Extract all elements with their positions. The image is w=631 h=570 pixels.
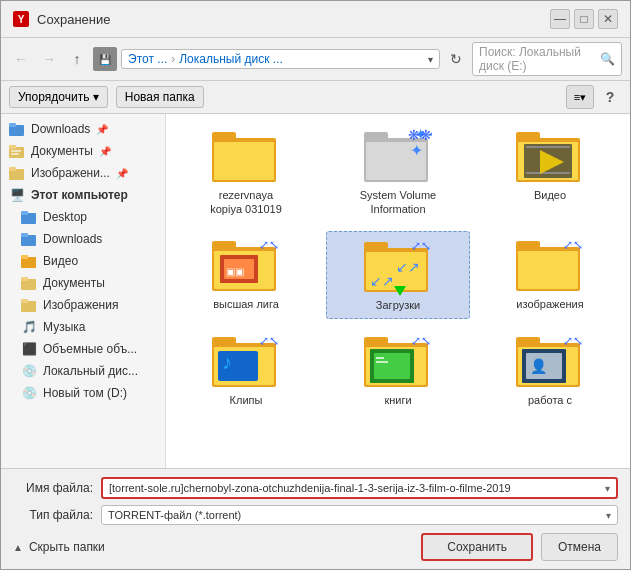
svg-rect-20 [214, 142, 274, 180]
svg-text:↙↗: ↙↗ [396, 259, 420, 275]
sidebar-item-images-pinned[interactable]: Изображени... 📌 [1, 162, 165, 184]
refresh-button[interactable]: ↻ [444, 47, 468, 71]
organize-button[interactable]: Упорядочить ▾ [9, 86, 108, 108]
sidebar-item-desktop[interactable]: Desktop [1, 206, 165, 228]
svg-rect-17 [21, 299, 28, 303]
file-item-vysshaya-liga[interactable]: ▣▣ ⤢⤡ высшая лига [174, 231, 318, 319]
svg-rect-56 [374, 353, 410, 379]
computer-icon: 🖥️ [9, 187, 25, 203]
filename-row: Имя файла: [torrent-sole.ru]chernobyl-zo… [13, 477, 618, 499]
svg-text:▣▣: ▣▣ [226, 266, 244, 277]
folder-documents-icon [21, 275, 37, 291]
sidebar-item-downloads-pinned[interactable]: Downloads 📌 [1, 118, 165, 140]
sidebar-item-objects[interactable]: ⬛ Объемные объ... [1, 338, 165, 360]
sidebar-label-images-pinned: Изображени... [31, 166, 110, 180]
drive-icon: 💾 [93, 47, 117, 71]
sidebar-label-new-volume: Новый том (D:) [43, 386, 127, 400]
main-content: Downloads 📌 Документы 📌 [1, 114, 630, 468]
forward-button[interactable]: → [37, 47, 61, 71]
search-bar[interactable]: Поиск: Локальный диск (E:) 🔍 [472, 42, 622, 76]
help-button[interactable]: ? [598, 85, 622, 109]
sidebar-section-computer[interactable]: 🖥️ Этот компьютер [1, 184, 165, 206]
sidebar-item-new-volume[interactable]: 💿 Новый том (D:) [1, 382, 165, 404]
filetype-label: Тип файла: [13, 508, 93, 522]
folder-icon-video [516, 128, 584, 184]
file-item-video-folder[interactable]: Видео [478, 122, 622, 223]
breadcrumb-item-1[interactable]: Этот ... [128, 52, 167, 66]
file-name-izobrazheniya: изображения [516, 297, 583, 311]
file-item-knigi[interactable]: ⤢⤡ книги [326, 327, 470, 413]
file-item-klipy[interactable]: ♪ ⤢⤡ Клипы [174, 327, 318, 413]
svg-rect-11 [21, 233, 28, 237]
dialog-title: Сохранение [37, 12, 111, 27]
sidebar-label-documents: Документы [43, 276, 105, 290]
file-area: rezervnaya kopiya 031019 ✦✦ ✦ ❋❋ System … [166, 114, 630, 468]
sidebar-item-local-disk[interactable]: 💿 Локальный дис... [1, 360, 165, 382]
save-button[interactable]: Сохранить [421, 533, 533, 561]
folder-icon-rezervnaya [212, 128, 280, 184]
button-row: ▲ Скрыть папки Сохранить Отмена [13, 533, 618, 561]
file-item-zagruzki[interactable]: ↙↗ ↙↗ ⤢⤡ Загрузки [326, 231, 470, 319]
close-button[interactable]: ✕ [598, 9, 618, 29]
up-button[interactable]: ↑ [65, 47, 89, 71]
filename-label: Имя файла: [13, 481, 93, 495]
sidebar-item-documents-pinned[interactable]: Документы 📌 [1, 140, 165, 162]
organize-label: Упорядочить ▾ [18, 90, 99, 104]
folder-icon-system-volume: ✦✦ ✦ ❋❋ [364, 128, 432, 184]
svg-rect-5 [11, 153, 19, 155]
file-item-rabota[interactable]: 👤 ⤢⤡ работа с [478, 327, 622, 413]
sidebar-label-objects: Объемные объ... [43, 342, 137, 356]
sidebar-item-video[interactable]: Видео [1, 250, 165, 272]
search-icon: 🔍 [600, 52, 615, 66]
sidebar-label-video: Видео [43, 254, 78, 268]
sidebar-label-computer: Этот компьютер [31, 188, 128, 202]
file-item-rezervnaya[interactable]: rezervnaya kopiya 031019 [174, 122, 318, 223]
search-placeholder: Поиск: Локальный диск (E:) [479, 45, 596, 73]
sidebar-item-music[interactable]: 🎵 Музыка [1, 316, 165, 338]
view-toggle-button[interactable]: ≡▾ [566, 85, 594, 109]
svg-rect-1 [9, 123, 16, 127]
title-bar: Y Сохранение — □ ✕ [1, 1, 630, 38]
sidebar-item-documents[interactable]: Документы [1, 272, 165, 294]
title-controls: — □ ✕ [550, 9, 618, 29]
filename-dropdown-icon[interactable]: ▾ [605, 483, 610, 494]
new-folder-button[interactable]: Новая папка [116, 86, 204, 108]
filetype-dropdown-icon[interactable]: ▾ [606, 510, 611, 521]
sidebar: Downloads 📌 Документы 📌 [1, 114, 166, 468]
svg-rect-7 [9, 167, 16, 171]
arrows-icon-klipy: ⤢⤡ [259, 334, 279, 348]
minimize-button[interactable]: — [550, 9, 570, 29]
cancel-button[interactable]: Отмена [541, 533, 618, 561]
filetype-input[interactable]: TORRENT-файл (*.torrent) ▾ [101, 505, 618, 525]
svg-rect-58 [376, 361, 388, 363]
file-item-izobrazheniya[interactable]: ⤢⤡ изображения [478, 231, 622, 319]
arrows-icon: ❋❋ [408, 128, 432, 142]
svg-rect-46 [518, 251, 578, 289]
svg-text:↙↗: ↙↗ [370, 273, 394, 289]
cursor-arrow-icon [394, 286, 406, 296]
title-bar-left: Y Сохранение [13, 11, 111, 27]
breadcrumb-bar[interactable]: Этот ... › Локальный диск ... ▾ [121, 49, 440, 69]
sidebar-item-images[interactable]: Изображения [1, 294, 165, 316]
arrows-icon-rabota: ⤢⤡ [563, 334, 583, 348]
svg-rect-30 [526, 146, 570, 148]
file-name-video: Видео [534, 188, 566, 202]
arrows-icon-zagruzki: ⤢⤡ [411, 239, 431, 253]
file-name-zagruzki: Загрузки [376, 298, 420, 312]
new-folder-label: Новая папка [125, 90, 195, 104]
svg-rect-4 [11, 150, 21, 152]
maximize-button[interactable]: □ [574, 9, 594, 29]
hide-folders-toggle[interactable]: ▲ Скрыть папки [13, 540, 105, 554]
folder-icon-knigi: ⤢⤡ [364, 333, 432, 389]
bottom-section: Имя файла: [torrent-sole.ru]chernobyl-zo… [1, 468, 630, 569]
folder-icon-zagruzki: ↙↗ ↙↗ ⤢⤡ [364, 238, 432, 294]
sidebar-item-downloads[interactable]: Downloads [1, 228, 165, 250]
svg-rect-3 [9, 145, 16, 149]
filename-input[interactable]: [torrent-sole.ru]chernobyl-zona-otchuzhd… [101, 477, 618, 499]
breadcrumb-item-2[interactable]: Локальный диск ... [179, 52, 283, 66]
svg-text:♪: ♪ [222, 351, 232, 373]
breadcrumb-dropdown-button[interactable]: ▾ [428, 54, 433, 65]
file-item-system-volume[interactable]: ✦✦ ✦ ❋❋ System Volume Information [326, 122, 470, 223]
svg-rect-31 [526, 172, 570, 174]
back-button[interactable]: ← [9, 47, 33, 71]
